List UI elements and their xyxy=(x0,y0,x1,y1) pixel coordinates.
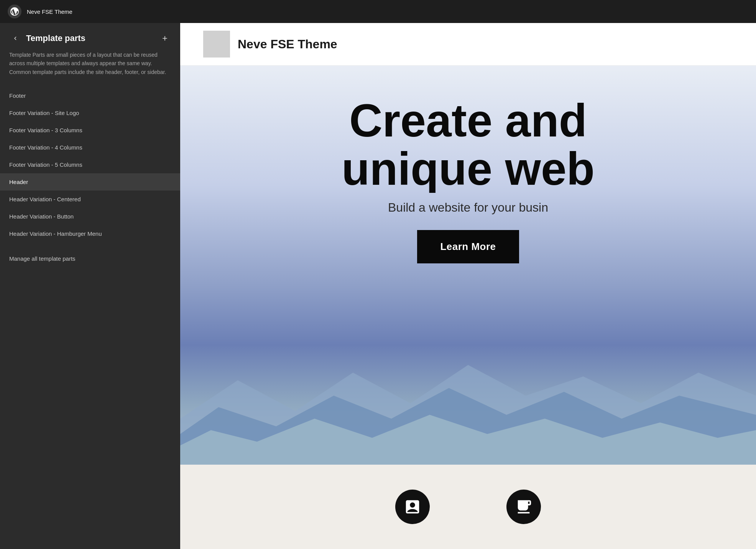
feature-icon-1 xyxy=(395,490,430,524)
hero-subheadline: Build a website for your busin xyxy=(388,201,548,215)
mountain-illustration xyxy=(180,342,756,465)
sidebar-item-header-variation-button[interactable]: Header Variation - Button xyxy=(0,208,180,225)
sidebar-item-footer-variation-3-columns[interactable]: Footer Variation - 3 Columns xyxy=(0,122,180,139)
sidebar-spacer xyxy=(0,242,180,250)
bottom-strip xyxy=(180,465,756,549)
top-bar: Neve FSE Theme xyxy=(0,0,756,23)
hero-section: Create and unique web Build a website fo… xyxy=(180,66,756,465)
sidebar-title: Template parts xyxy=(26,33,85,43)
sidebar-item-header-variation-centered[interactable]: Header Variation - Centered xyxy=(0,191,180,208)
site-name: Neve FSE Theme xyxy=(238,37,337,51)
sidebar-item-header-variation-hamburger-menu[interactable]: Header Variation - Hamburger Menu xyxy=(0,225,180,242)
sidebar-description: Template Parts are small pieces of a lay… xyxy=(0,51,180,87)
sidebar-item-footer-variation-5-columns[interactable]: Footer Variation - 5 Columns xyxy=(0,156,180,173)
sidebar: Template parts Template Parts are small … xyxy=(0,23,180,549)
add-template-part-button[interactable] xyxy=(159,32,171,44)
sidebar-item-footer[interactable]: Footer xyxy=(0,87,180,104)
feature-icon-2 xyxy=(506,490,541,524)
manage-all-template-parts-link[interactable]: Manage all template parts xyxy=(0,250,180,267)
back-button[interactable] xyxy=(9,32,21,44)
sidebar-header: Template parts xyxy=(0,23,180,51)
app-title: Neve FSE Theme xyxy=(27,8,72,15)
main-layout: Template parts Template Parts are small … xyxy=(0,23,756,549)
sidebar-item-header[interactable]: Header xyxy=(0,173,180,191)
hero-headline: Create and xyxy=(203,96,733,145)
wordpress-logo[interactable] xyxy=(8,5,21,18)
hero-cta-button[interactable]: Learn More xyxy=(417,230,519,263)
sidebar-item-footer-variation-site-logo[interactable]: Footer Variation - Site Logo xyxy=(0,104,180,122)
sidebar-header-left: Template parts xyxy=(9,32,85,44)
sidebar-list: Footer Footer Variation - Site Logo Foot… xyxy=(0,87,180,549)
hero-headline-2: unique web xyxy=(203,145,733,193)
preview-site-header: Neve FSE Theme xyxy=(180,23,756,66)
preview-area: Neve FSE Theme Create and unique web Bui… xyxy=(180,23,756,549)
sidebar-item-footer-variation-4-columns[interactable]: Footer Variation - 4 Columns xyxy=(0,139,180,156)
site-logo-placeholder xyxy=(203,31,230,58)
